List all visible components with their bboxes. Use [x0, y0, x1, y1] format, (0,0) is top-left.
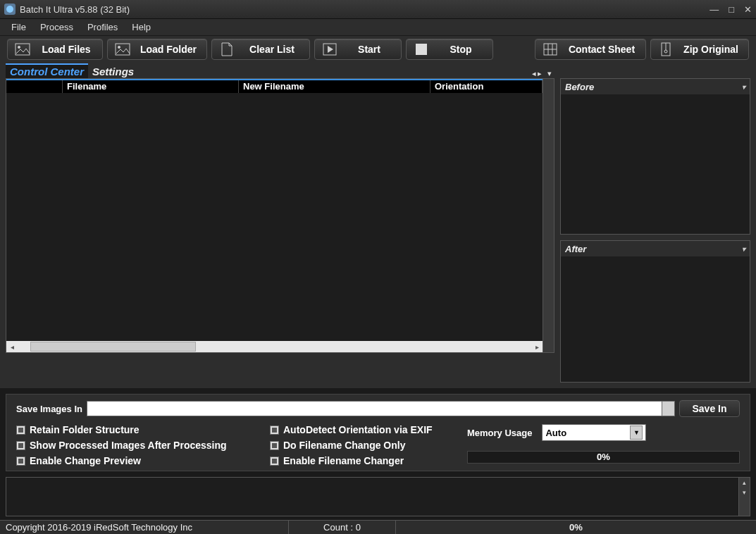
load-files-button[interactable]: Load Files	[7, 39, 103, 60]
scroll-left-icon[interactable]: ◂	[6, 341, 18, 352]
menu-profiles[interactable]: Profiles	[82, 20, 123, 34]
save-path-input[interactable]	[87, 401, 662, 416]
save-in-button[interactable]: Save In	[679, 400, 740, 417]
image-icon	[15, 42, 30, 56]
filename-change-only-checkbox[interactable]: Do Filename Change Only	[270, 440, 453, 451]
menu-help[interactable]: Help	[126, 20, 156, 34]
minimize-button[interactable]: —	[709, 4, 719, 15]
contact-sheet-button[interactable]: Contact Sheet	[535, 39, 646, 60]
start-button[interactable]: Start	[314, 39, 402, 60]
tab-prev-icon[interactable]: ◂	[532, 69, 536, 78]
scroll-right-icon[interactable]: ▸	[531, 341, 543, 352]
tab-control-center[interactable]: Control Center	[6, 63, 88, 78]
retain-folder-checkbox[interactable]: Retain Folder Structure	[16, 424, 256, 435]
svg-rect-1	[16, 44, 30, 55]
status-copyright: Copyright 2016-2019 iRedSoft Technology …	[0, 521, 289, 534]
memory-progress-bar: 0%	[467, 451, 740, 464]
preview-before-body	[561, 94, 750, 234]
save-images-in-label: Save Images In	[16, 404, 82, 414]
stop-icon	[414, 42, 429, 56]
log-scrollbar[interactable]: ▴ ▾	[738, 478, 750, 516]
save-path-dropdown[interactable]	[662, 401, 675, 416]
document-icon	[219, 42, 235, 56]
load-folder-button[interactable]: Load Folder	[107, 39, 207, 60]
title-bar: Batch It Ultra v5.88 (32 Bit) — □ ✕	[0, 0, 756, 19]
menu-file[interactable]: File	[6, 20, 32, 34]
preview-before-title: Before	[565, 82, 594, 92]
window-title: Batch It Ultra v5.88 (32 Bit)	[20, 4, 709, 15]
svg-point-2	[18, 46, 20, 49]
show-processed-checkbox[interactable]: Show Processed Images After Processing	[16, 440, 256, 451]
grid-vertical-scrollbar[interactable]	[543, 79, 554, 352]
main-tabs: Control Center Settings ◂ ▸ ▾	[6, 63, 554, 78]
chevron-down-icon[interactable]: ▾	[742, 83, 745, 91]
preview-after-panel: After ▾	[560, 240, 750, 383]
file-grid: Filename New Filename Orientation ◂ ▸	[6, 78, 554, 353]
grid-col-handle[interactable]	[6, 80, 63, 93]
log-panel: ▴ ▾	[6, 477, 750, 516]
options-panel: Save Images In Save In Retain Folder Str…	[6, 394, 750, 471]
autodetect-orientation-checkbox[interactable]: AutoDetect Orientation via EXIF	[270, 424, 453, 435]
svg-point-4	[118, 46, 120, 49]
grid-header: Filename New Filename Orientation	[6, 79, 543, 93]
grid-horizontal-scrollbar[interactable]: ◂ ▸	[6, 341, 543, 352]
grid-icon	[543, 42, 558, 56]
svg-rect-6	[416, 44, 427, 55]
preview-before-panel: Before ▾	[560, 78, 750, 235]
grid-col-filename[interactable]: Filename	[63, 80, 239, 93]
status-progress: 0%	[396, 521, 756, 534]
toolbar: Load Files Load Folder Clear List Start …	[0, 36, 756, 63]
stop-button[interactable]: Stop	[406, 39, 493, 60]
status-count: Count : 0	[289, 521, 396, 534]
tab-settings[interactable]: Settings	[88, 65, 138, 78]
scroll-down-icon[interactable]: ▾	[739, 488, 750, 497]
zip-original-button[interactable]: Zip Original	[650, 39, 749, 60]
scroll-up-icon[interactable]: ▴	[739, 478, 750, 488]
menu-process[interactable]: Process	[35, 20, 79, 34]
svg-rect-3	[116, 44, 130, 55]
maximize-button[interactable]: □	[729, 4, 734, 15]
play-icon	[322, 42, 337, 56]
memory-usage-select[interactable]: Auto ▼	[542, 424, 646, 441]
grid-col-orientation[interactable]: Orientation	[430, 80, 543, 93]
grid-col-new-filename[interactable]: New Filename	[239, 80, 430, 93]
chevron-down-icon: ▼	[630, 426, 643, 440]
enable-filename-changer-checkbox[interactable]: Enable Filename Changer	[270, 455, 453, 466]
svg-point-13	[664, 50, 667, 53]
chevron-down-icon[interactable]: ▾	[742, 245, 745, 253]
preview-after-body	[561, 256, 750, 382]
zip-icon	[658, 42, 674, 56]
preview-after-title: After	[565, 244, 586, 254]
close-button[interactable]: ✕	[744, 4, 752, 15]
enable-change-preview-checkbox[interactable]: Enable Change Preview	[16, 455, 256, 466]
folder-image-icon	[115, 42, 130, 56]
tab-next-icon[interactable]: ▸	[538, 69, 542, 78]
menu-bar: File Process Profiles Help	[0, 19, 756, 36]
scroll-thumb[interactable]	[30, 342, 196, 352]
memory-usage-label: Memory Usage	[467, 428, 532, 438]
clear-list-button[interactable]: Clear List	[211, 39, 310, 60]
tab-menu-icon[interactable]: ▾	[547, 69, 552, 78]
svg-point-0	[6, 6, 13, 13]
grid-body[interactable]	[6, 93, 543, 341]
status-bar: Copyright 2016-2019 iRedSoft Technology …	[0, 520, 756, 534]
app-icon	[4, 4, 16, 15]
